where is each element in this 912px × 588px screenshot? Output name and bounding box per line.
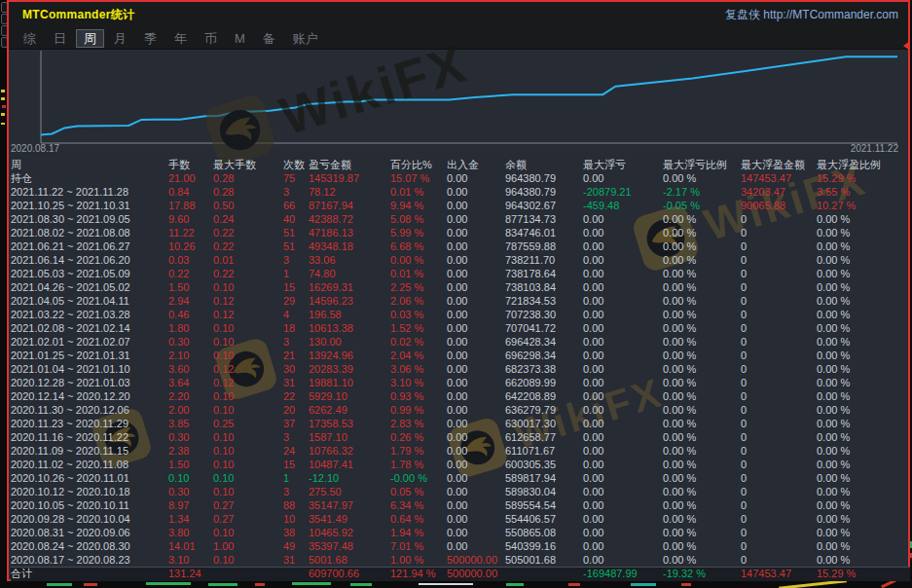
row-value: 0.00 %	[817, 226, 910, 239]
row-value: 589830.04	[505, 485, 583, 498]
row-value: 14.01	[168, 539, 213, 553]
x-axis-end-label: 2021.11.22	[851, 143, 898, 154]
row-value: 0.00 %	[663, 280, 741, 294]
column-header: 余额	[505, 158, 583, 171]
row-period: 2021.04.26 ~ 2021.05.02	[11, 280, 168, 294]
row-value: 47186.13	[309, 226, 390, 239]
row-value: 0.10	[213, 335, 283, 349]
row-value: 0	[741, 526, 817, 539]
row-value: 13924.96	[309, 349, 390, 362]
row-value: 505001.68	[505, 553, 583, 567]
row-value: 0	[741, 417, 817, 430]
row-value: 0.00 %	[663, 321, 741, 335]
row-value: 0.84	[168, 185, 213, 199]
background-left-sliver	[0, 0, 7, 588]
row-value: 0.10	[213, 403, 283, 417]
row-value: 500000.00	[447, 567, 505, 581]
row-value: 0	[741, 349, 817, 362]
row-value: 0.10	[213, 444, 283, 458]
row-value: 0.00	[447, 308, 505, 321]
row-value: 0	[741, 512, 817, 526]
row-value: 0	[741, 471, 817, 485]
row-value: 147453.47	[741, 171, 817, 185]
row-value: 1.78 %	[390, 458, 447, 471]
row-value: -0.05 %	[663, 199, 741, 212]
row-period: 2021.02.08 ~ 2021.02.14	[11, 321, 168, 335]
menu-item-6[interactable]: 币	[198, 30, 224, 47]
row-value: 787559.88	[505, 239, 583, 253]
menu-item-5[interactable]: 年	[167, 30, 194, 47]
menu-item-8[interactable]: 备	[256, 30, 282, 47]
row-value: 0.12	[213, 308, 283, 321]
row-value: 600305.35	[505, 458, 583, 471]
column-header: 百分比%	[390, 158, 447, 171]
row-period: 2021.01.25 ~ 2021.01.31	[11, 349, 168, 362]
row-period: 2020.08.24 ~ 2020.08.30	[11, 539, 168, 553]
row-value: 0.00	[447, 239, 505, 253]
row-value: 0.00	[583, 376, 663, 389]
menu-item-9[interactable]: 账户	[286, 30, 325, 47]
row-value: 14596.23	[309, 294, 390, 308]
row-value: 0	[741, 267, 817, 280]
row-value: 0.28	[213, 185, 283, 199]
row-value: 0.00	[447, 280, 505, 294]
menu-item-3[interactable]: 月	[107, 30, 133, 47]
row-value: 609700.66	[309, 567, 390, 581]
row-value: 0.00	[447, 389, 505, 403]
row-value: 0.05 %	[390, 485, 447, 498]
row-period: 2021.05.03 ~ 2021.05.09	[11, 267, 168, 280]
row-value: 0	[741, 498, 817, 512]
row-value: 0.00 %	[817, 539, 910, 553]
menu-item-1[interactable]: 日	[47, 30, 73, 47]
column-header: 最大浮盈金额	[741, 158, 817, 171]
row-value: 3541.49	[309, 512, 390, 526]
row-value: 0.00	[447, 362, 505, 376]
row-value: 29	[283, 294, 309, 308]
row-value: 6.68 %	[390, 239, 447, 253]
row-value: 0.00 %	[663, 362, 741, 376]
row-value: 0.00	[447, 376, 505, 389]
column-header: 最大浮亏	[583, 158, 663, 171]
row-value: 51	[283, 239, 309, 253]
row-value: 834746.01	[505, 226, 583, 239]
row-value: 0.10	[213, 389, 283, 403]
row-value: 3.06 %	[390, 362, 447, 376]
row-value: 589817.94	[505, 471, 583, 485]
row-value: 0	[741, 321, 817, 335]
row-value: 1.52 %	[390, 321, 447, 335]
menu-item-7[interactable]: M	[228, 30, 252, 47]
row-value: -169487.99	[583, 567, 663, 581]
row-period: 2020.10.05 ~ 2020.10.11	[11, 498, 168, 512]
column-header: 最大浮盈比例	[817, 158, 910, 171]
row-value: 0.00 %	[663, 239, 741, 253]
row-value: 0	[741, 212, 817, 226]
row-period: 2020.10.26 ~ 2020.11.01	[11, 471, 168, 485]
row-value: 1.94 %	[390, 526, 447, 539]
menu-item-0[interactable]: 综	[17, 30, 43, 47]
row-period: 2021.10.25 ~ 2021.10.31	[11, 199, 168, 212]
row-value: 0.30	[168, 335, 213, 349]
row-value: 738103.84	[505, 280, 583, 294]
row-period: 2020.08.17 ~ 2020.08.23	[11, 553, 168, 567]
row-value: 0.03 %	[390, 308, 447, 321]
row-value: 0.00 %	[817, 321, 910, 335]
brand-link[interactable]: 复盘侠 http://MTCommander.com	[725, 7, 898, 23]
row-value: 0.00 %	[663, 539, 741, 553]
equity-curve	[9, 49, 908, 158]
row-value: 0	[741, 458, 817, 471]
row-value: 9.94 %	[390, 199, 447, 212]
menu-item-2[interactable]: 周	[77, 30, 103, 47]
row-value: 682373.38	[505, 362, 583, 376]
row-value: 15.07 %	[390, 171, 447, 185]
row-value: 90065.88	[741, 199, 817, 212]
row-value: 0.00	[583, 239, 663, 253]
row-value: 0.00	[583, 280, 663, 294]
row-value: 8.97	[168, 498, 213, 512]
row-value: 550865.08	[505, 526, 583, 539]
row-value: 40	[283, 212, 309, 226]
row-value: 51	[283, 226, 309, 239]
row-value: 0.00 %	[663, 526, 741, 539]
row-value: 3	[283, 185, 309, 199]
row-value: 721834.53	[505, 294, 583, 308]
menu-item-4[interactable]: 季	[137, 30, 164, 47]
